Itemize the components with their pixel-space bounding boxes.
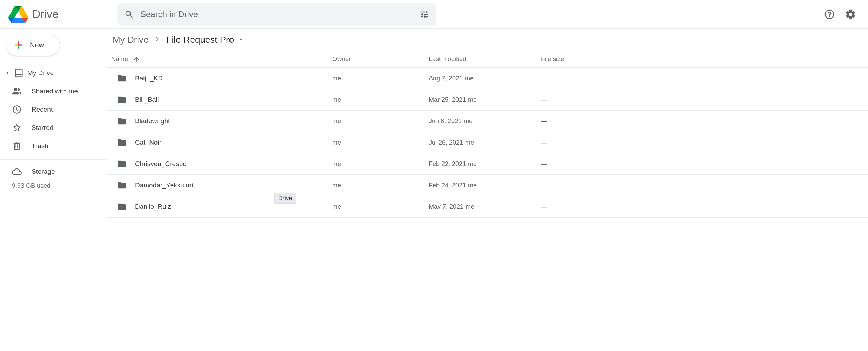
column-modified[interactable]: Last modified (429, 55, 541, 63)
cell-modified: Jul 26, 2021me (429, 139, 541, 146)
drive-logo-icon (8, 5, 28, 24)
file-name: Damodar_Yekkuluri (135, 181, 193, 189)
search-input[interactable] (140, 9, 420, 19)
recent-icon (12, 105, 22, 114)
cell-modified: Feb 22, 2021me (429, 160, 541, 168)
table-row[interactable]: Chrisvea_Crespo me Feb 22, 2021me — (107, 153, 868, 175)
table-row[interactable]: Bladewright me Jun 6, 2021me — (107, 111, 868, 132)
file-table: Name Owner Last modified File size Baiju… (107, 51, 868, 218)
cell-owner: me (332, 75, 429, 82)
sidebar-item-label: My Drive (27, 69, 54, 77)
cell-size: — (541, 160, 868, 168)
header-actions (824, 9, 860, 20)
cell-name: Damodar_Yekkuluri (111, 180, 332, 190)
app-name: Drive (32, 8, 59, 21)
sidebar: New My Drive Shared with me Recent Starr… (0, 29, 107, 351)
cell-size: — (541, 182, 868, 189)
cell-size: — (541, 96, 868, 104)
cell-owner: me (332, 160, 429, 168)
table-row[interactable]: Danilo_Ruiz me May 7, 2021me — (107, 196, 868, 218)
cell-name: Bladewright (111, 116, 332, 126)
breadcrumb-root[interactable]: My Drive (113, 34, 149, 45)
folder-icon (117, 138, 127, 147)
column-size[interactable]: File size (541, 55, 868, 63)
sidebar-item-label: Recent (32, 106, 53, 113)
storage-label: Storage (32, 168, 55, 176)
storage-block: Storage 9.93 GB used (0, 163, 107, 190)
cell-name: Chrisvea_Crespo (111, 159, 332, 169)
cell-owner: me (332, 96, 429, 104)
folder-icon (117, 202, 127, 212)
sidebar-item-label: Starred (32, 124, 53, 132)
cell-size: — (541, 203, 868, 211)
star-icon (12, 123, 22, 133)
settings-icon[interactable] (845, 9, 856, 20)
sidebar-item-shared[interactable]: Shared with me (0, 82, 107, 100)
app-header: Drive (0, 0, 868, 29)
table-row[interactable]: Damodar_Yekkuluri me Feb 24, 2021me — (107, 175, 868, 196)
sidebar-item-my-drive[interactable]: My Drive (0, 64, 107, 82)
breadcrumb: My Drive File Request Pro (107, 29, 868, 51)
table-header: Name Owner Last modified File size (107, 51, 868, 68)
column-owner[interactable]: Owner (332, 55, 429, 63)
cell-modified: May 7, 2021me (429, 203, 541, 211)
cell-modified: Mar 25, 2021me (429, 96, 541, 104)
help-icon[interactable] (824, 9, 835, 20)
cell-owner: me (332, 139, 429, 146)
chevron-right-icon (5, 70, 11, 76)
caret-down-icon (238, 34, 244, 45)
folder-icon (117, 159, 127, 169)
cell-owner: me (332, 118, 429, 125)
file-name: Bladewright (135, 117, 170, 125)
folder-icon (117, 73, 127, 83)
cell-name: Cat_Noir (111, 138, 332, 147)
logo-block[interactable]: Drive (8, 5, 117, 24)
cell-size: — (541, 75, 868, 82)
table-row[interactable]: Baiju_KR me Aug 7, 2021me — (107, 68, 868, 89)
sidebar-item-recent[interactable]: Recent (0, 100, 107, 119)
content-area: My Drive File Request Pro Name Owner Las… (107, 29, 868, 351)
cell-modified: Feb 24, 2021me (429, 182, 541, 189)
sidebar-item-trash[interactable]: Trash (0, 137, 107, 155)
sidebar-item-storage[interactable]: Storage (12, 163, 107, 181)
new-button-label: New (30, 41, 44, 49)
new-button[interactable]: New (6, 34, 60, 56)
column-name-label: Name (111, 55, 128, 63)
cell-owner: me (332, 182, 429, 189)
column-name[interactable]: Name (111, 55, 332, 63)
file-name: Baiju_KR (135, 74, 163, 82)
cloud-icon (12, 167, 22, 177)
search-options-icon[interactable] (420, 9, 429, 19)
sidebar-item-starred[interactable]: Starred (0, 119, 107, 137)
sort-arrow-up-icon (133, 56, 140, 63)
search-bar[interactable] (117, 3, 436, 26)
cell-owner: me (332, 203, 429, 211)
folder-icon (117, 95, 127, 105)
cell-name: Baiju_KR (111, 73, 332, 83)
folder-icon (117, 116, 127, 126)
table-row[interactable]: Cat_Noir me Jul 26, 2021me — (107, 132, 868, 153)
folder-icon (117, 180, 127, 190)
sidebar-item-label: Shared with me (32, 87, 78, 95)
my-drive-icon (14, 68, 24, 78)
cell-name: Danilo_Ruiz (111, 202, 332, 212)
cell-size: — (541, 139, 868, 146)
search-icon (124, 9, 134, 19)
storage-used: 9.93 GB used (12, 182, 107, 190)
sidebar-divider (0, 159, 107, 160)
file-name: Danilo_Ruiz (135, 203, 171, 211)
trash-icon (12, 141, 22, 151)
breadcrumb-current[interactable]: File Request Pro (166, 34, 244, 45)
chevron-right-icon (154, 34, 161, 45)
shared-icon (12, 86, 22, 96)
file-name: Chrisvea_Crespo (135, 160, 187, 168)
plus-icon (13, 39, 24, 51)
cell-size: — (541, 118, 868, 125)
cell-name: Bill_Ball (111, 95, 332, 105)
table-row[interactable]: Bill_Ball me Mar 25, 2021me — (107, 89, 868, 111)
cell-modified: Jun 6, 2021me (429, 118, 541, 125)
breadcrumb-current-label: File Request Pro (166, 34, 234, 45)
cell-modified: Aug 7, 2021me (429, 75, 541, 82)
nav-list: My Drive Shared with me Recent Starred T… (0, 62, 107, 157)
sidebar-item-label: Trash (32, 142, 48, 150)
